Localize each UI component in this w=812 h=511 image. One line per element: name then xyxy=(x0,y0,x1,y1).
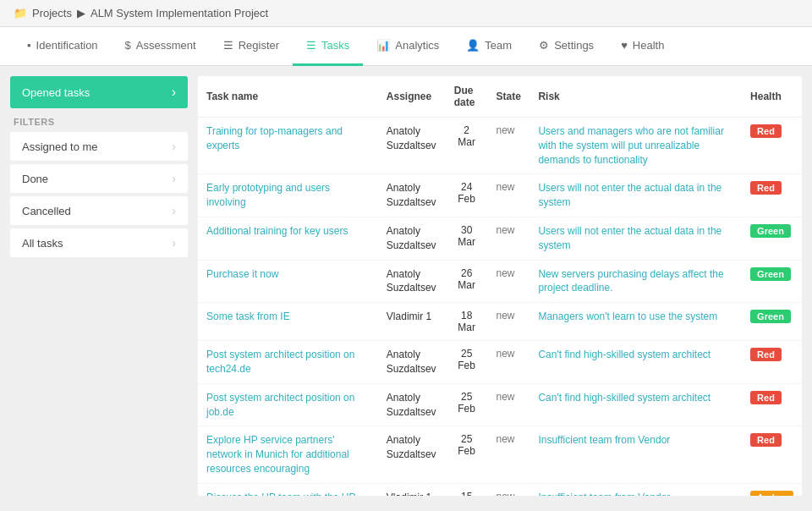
identification-icon: ▪ xyxy=(27,39,31,52)
main-content: Opened tasks › FILTERS Assigned to me › … xyxy=(0,66,812,506)
due-date-cell: 24Feb xyxy=(446,174,488,217)
sidebar-item-cancelled[interactable]: Cancelled › xyxy=(10,196,188,225)
due-date-cell: 30Mar xyxy=(446,217,488,260)
state-cell: new xyxy=(487,260,529,303)
nav-tabs: ▪ Identification $ Assessment ☰ Register… xyxy=(0,27,812,66)
table-row: Post system architect position on job.de… xyxy=(198,383,802,426)
projects-folder-icon: 📁 xyxy=(14,7,27,19)
tab-identification-label: Identification xyxy=(36,39,98,52)
tab-health-label: Health xyxy=(633,39,665,52)
state-cell: new xyxy=(487,383,529,426)
filters-label: FILTERS xyxy=(10,108,188,132)
health-badge: Green xyxy=(750,310,791,323)
settings-icon: ⚙ xyxy=(539,39,549,52)
table-row: Purchase it nowAnatolySuzdaltsev26Marnew… xyxy=(198,260,802,303)
col-assignee: Assignee xyxy=(378,76,446,118)
opened-tasks-button[interactable]: Opened tasks › xyxy=(10,76,188,108)
col-state: State xyxy=(487,76,529,118)
projects-link[interactable]: Projects xyxy=(32,7,72,19)
risk-cell: Users and managers who are not familiar … xyxy=(529,118,742,174)
state-cell: new xyxy=(487,118,529,174)
tab-team[interactable]: 👤 Team xyxy=(453,27,525,66)
table-header-row: Task name Assignee Due date State Risk H… xyxy=(198,76,802,118)
sidebar-item-done[interactable]: Done › xyxy=(10,164,188,193)
health-cell: Amber xyxy=(742,483,802,496)
assignee-cell: AnatolySuzdaltsev xyxy=(378,383,446,426)
task-name-link[interactable]: Some task from IE xyxy=(206,310,290,322)
tab-register[interactable]: ☰ Register xyxy=(210,27,293,66)
tab-settings[interactable]: ⚙ Settings xyxy=(525,27,607,66)
assignee-cell: Vladimir 1 xyxy=(378,483,446,496)
breadcrumb-bar: 📁 Projects ▶ ALM System Implementation P… xyxy=(0,0,812,27)
risk-cell: Insufficient team from Vendor xyxy=(529,483,742,496)
health-badge: Red xyxy=(750,181,782,195)
due-date-cell: 26Mar xyxy=(446,260,488,303)
tab-tasks[interactable]: ☰ Tasks xyxy=(293,27,363,66)
task-table: Task name Assignee Due date State Risk H… xyxy=(198,76,802,496)
done-label: Done xyxy=(22,173,48,185)
task-name-link[interactable]: Additional training for key users xyxy=(206,225,348,237)
register-icon: ☰ xyxy=(223,39,233,52)
tab-identification[interactable]: ▪ Identification xyxy=(14,27,112,66)
state-cell: new xyxy=(487,303,529,341)
due-date-cell: 15Mar xyxy=(446,483,488,496)
task-panel: Task name Assignee Due date State Risk H… xyxy=(198,76,802,496)
state-cell: new xyxy=(487,217,529,260)
task-name-link[interactable]: Purchase it now xyxy=(206,268,278,280)
sidebar-item-assigned-to-me[interactable]: Assigned to me › xyxy=(10,132,188,161)
health-cell: Red xyxy=(742,341,802,384)
tab-register-label: Register xyxy=(239,39,279,52)
task-name-link[interactable]: Post system architect position on job.de xyxy=(206,392,354,418)
task-name-link[interactable]: Post system architect position on tech24… xyxy=(206,349,354,375)
risk-cell: Users will not enter the actual data in … xyxy=(529,174,742,217)
task-name-link[interactable]: Discuss the HP team with the HP Practice… xyxy=(206,492,355,496)
health-cell: Red xyxy=(742,174,802,217)
health-cell: Green xyxy=(742,260,802,303)
task-name-link[interactable]: Early prototyping and users involving xyxy=(206,182,330,208)
due-date-cell: 18Mar xyxy=(446,303,488,341)
task-name-cell: Training for top-managers and experts xyxy=(198,118,378,174)
col-due-date: Due date xyxy=(446,76,488,118)
risk-cell: Users will not enter the actual data in … xyxy=(529,217,742,260)
state-cell: new xyxy=(487,483,529,496)
table-row: Post system architect position on tech24… xyxy=(198,341,802,384)
health-badge: Red xyxy=(750,124,782,138)
tab-health[interactable]: ♥ Health xyxy=(607,27,678,66)
health-cell: Green xyxy=(742,303,802,341)
task-name-cell: Purchase it now xyxy=(198,260,378,303)
state-cell: new xyxy=(487,426,529,483)
task-name-cell: Discuss the HP team with the HP Practice… xyxy=(198,483,378,496)
all-tasks-chevron-icon: › xyxy=(172,236,176,250)
task-name-cell: Some task from IE xyxy=(198,303,378,341)
assignee-cell: AnatolySuzdaltsev xyxy=(378,217,446,260)
opened-tasks-label: Opened tasks xyxy=(22,86,90,99)
task-name-cell: Early prototyping and users involving xyxy=(198,174,378,217)
tab-team-label: Team xyxy=(485,39,512,52)
health-badge: Red xyxy=(750,348,782,361)
chevron-right-icon: › xyxy=(172,85,176,100)
table-row: Training for top-managers and expertsAna… xyxy=(198,118,802,174)
sidebar-item-all-tasks[interactable]: All tasks › xyxy=(10,228,188,257)
due-date-cell: 2Mar xyxy=(446,118,488,174)
project-name: ALM System Implementation Project xyxy=(91,7,268,19)
task-name-cell: Explore HP service partners' network in … xyxy=(198,426,378,483)
health-cell: Red xyxy=(742,426,802,483)
health-badge: Green xyxy=(750,267,791,281)
due-date-cell: 25Feb xyxy=(446,341,488,384)
health-cell: Red xyxy=(742,118,802,174)
tab-analytics[interactable]: 📊 Analytics xyxy=(363,27,453,66)
state-cell: new xyxy=(487,174,529,217)
all-tasks-label: All tasks xyxy=(22,237,63,250)
task-name-link[interactable]: Explore HP service partners' network in … xyxy=(206,434,349,475)
table-row: Some task from IEVladimir 118MarnewManag… xyxy=(198,303,802,341)
assignee-cell: Vladimir 1 xyxy=(378,303,446,341)
tab-assessment[interactable]: $ Assessment xyxy=(112,27,210,66)
col-task-name: Task name xyxy=(198,76,378,118)
health-badge: Green xyxy=(750,224,791,238)
task-name-cell: Post system architect position on job.de xyxy=(198,383,378,426)
tab-tasks-label: Tasks xyxy=(321,39,349,52)
col-risk: Risk xyxy=(529,76,742,118)
task-name-link[interactable]: Training for top-managers and experts xyxy=(206,125,343,151)
team-icon: 👤 xyxy=(466,39,480,52)
tab-assessment-label: Assessment xyxy=(136,39,196,52)
